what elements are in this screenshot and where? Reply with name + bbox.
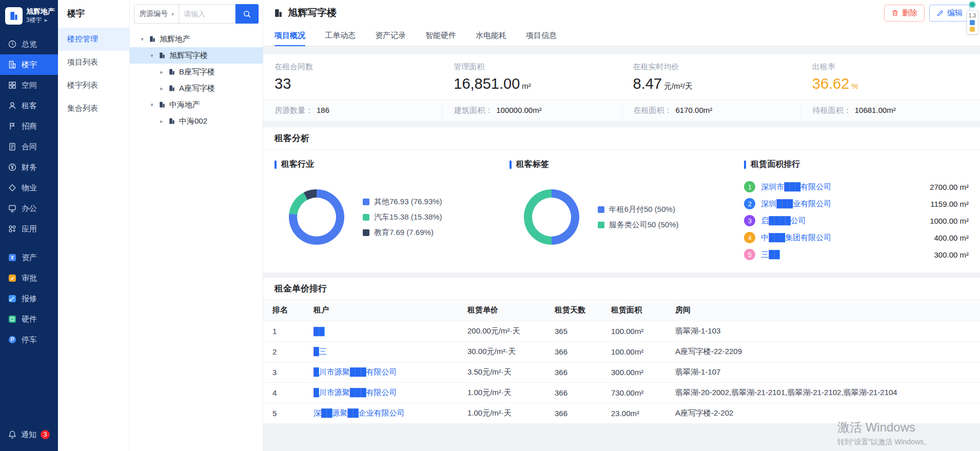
nav-item-buildings[interactable]: 楼宇 (0, 54, 58, 75)
column-header-rank: 排名 (263, 300, 304, 321)
floating-overlay-widget[interactable]: 1.3 (966, 1, 979, 34)
column-header-rooms: 房间 (666, 300, 980, 321)
building-icon (168, 117, 175, 125)
nav-item-office[interactable]: 办公 (0, 198, 58, 219)
rent-ranking-title: 租金单价排行 (263, 278, 980, 300)
nav-item-assets[interactable]: 资产 (0, 247, 58, 268)
tenant-link[interactable]: ██ (304, 321, 458, 341)
tenant-link[interactable]: 深圳███业有限公司 (761, 199, 925, 209)
nav-item-parking[interactable]: 停车 (0, 329, 58, 350)
submenu-item-building-list[interactable]: 楼宇列表 (58, 74, 129, 97)
rank-list-item: 5 三██ 300.00 m² (744, 249, 969, 260)
tenant-tags-legend: 年租6月付50 (50%) 服务类公司50 (50%) (598, 205, 679, 230)
tenant-link[interactable]: █川市源聚███有限公司 (304, 382, 458, 403)
expand-arrow-icon[interactable]: ▸ (159, 118, 165, 125)
chevron-down-icon: ▾ (171, 11, 174, 17)
tree-node-a-tower[interactable]: ▸ A座写字楼 (130, 80, 263, 96)
primary-sidebar: 旭辉地产 3楼宇 ▶ 总览 楼宇 空间 租客 招商 (0, 0, 58, 451)
rank-list-item: 1 深圳市███有限公司 2700.00 m² (744, 181, 969, 192)
tenant-tags-section: 租客标签 年租6月付50 (50%) 服务类公司50 (50%) (509, 159, 744, 260)
tree-node-zhonghai-002[interactable]: ▸ 中海002 (130, 113, 263, 129)
nav-item-investment[interactable]: 招商 (0, 116, 58, 136)
tenant-tags-donut-chart (524, 189, 579, 245)
building-tree-panel: 房源编号 ▾ ▾ 旭辉地产 ▾ 旭辉写字楼 ▸ B座写字楼 ▸ A座写字楼 (130, 0, 263, 451)
stat-construction-area: 建筑面积：100000.00m² (442, 100, 621, 121)
tenant-link[interactable]: █三 (304, 341, 458, 362)
search-button[interactable] (236, 4, 259, 24)
nav-item-overview[interactable]: 总览 (0, 34, 58, 54)
asset-icon (8, 253, 17, 262)
leased-area-value: 300.00 m² (934, 250, 969, 259)
nav-item-apps[interactable]: 应用 (0, 219, 58, 239)
tab-project-overview[interactable]: 项目概况 (275, 26, 305, 46)
table-row: 1 ██ 200.00元/m²·天 365 100.00m² 翡翠湖-1-103 (263, 321, 980, 341)
leased-area-value: 1159.00 m² (930, 200, 969, 208)
column-header-unit-price: 租赁单价 (458, 300, 545, 321)
building-icon (159, 52, 166, 59)
accent-bar (275, 161, 277, 169)
nav-item-contracts[interactable]: 合同 (0, 136, 58, 157)
accent-bar (744, 161, 746, 169)
overview-content: 在租合同数 33 管理面积 16,851.00m² 在租实时均价 8.47元/m… (263, 46, 980, 451)
tab-utility-consumption[interactable]: 水电能耗 (476, 26, 506, 46)
expand-arrow-icon[interactable]: ▾ (149, 102, 155, 108)
tree-node-zhonghai-group[interactable]: ▾ 中海地产 (130, 96, 263, 113)
expand-arrow-icon[interactable]: ▸ (159, 85, 165, 92)
legend-item: 服务类公司50 (50%) (598, 220, 679, 230)
edit-button[interactable]: 编辑 (929, 5, 970, 22)
tab-project-info[interactable]: 项目信息 (526, 26, 557, 46)
parking-icon (8, 335, 17, 344)
tenant-link[interactable]: 三██ (761, 250, 928, 260)
submenu-item-project-list[interactable]: 项目列表 (58, 51, 129, 74)
submenu-item-control-management[interactable]: 楼控管理 (58, 28, 129, 51)
tree-node-xuhui-office-tower[interactable]: ▾ 旭辉写字楼 (130, 47, 263, 64)
expand-arrow-icon[interactable]: ▾ (139, 36, 145, 43)
page-header: 旭辉写字楼 删除 编辑 (263, 0, 980, 26)
nav-item-finance[interactable]: 财务 (0, 157, 58, 178)
brand-expand-icon[interactable]: ▶ (45, 18, 48, 23)
nav-item-approval[interactable]: 审批 (0, 268, 58, 288)
legend-swatch (363, 229, 369, 236)
tree-node-b-tower[interactable]: ▸ B座写字楼 (130, 64, 263, 80)
delete-button[interactable]: 删除 (884, 5, 925, 22)
nav-item-repair[interactable]: 报修 (0, 288, 58, 309)
company-icon (159, 101, 166, 108)
expand-arrow-icon[interactable]: ▸ (159, 69, 165, 75)
tenant-link[interactable]: 启████公司 (761, 216, 924, 226)
nav-item-hardware[interactable]: 硬件 (0, 309, 58, 329)
tab-asset-records[interactable]: 资产记录 (375, 26, 406, 46)
company-icon (149, 35, 156, 43)
leased-area-value: 1000.00 m² (930, 217, 969, 225)
tenant-link[interactable]: 深圳市███有限公司 (761, 182, 924, 192)
brand[interactable]: 旭辉地产 3楼宇 ▶ (0, 0, 58, 32)
tab-work-orders[interactable]: 工单动态 (325, 26, 356, 46)
search-type-select[interactable]: 房源编号 ▾ (134, 4, 179, 24)
rent-ranking-table: 排名 租户 租赁单价 租赁天数 租赁面积 房间 1 ██ 200.00元/m²·… (263, 300, 980, 424)
tree-node-xuhui-group[interactable]: ▾ 旭辉地产 (130, 31, 263, 47)
tenant-industry-donut-chart (289, 189, 344, 245)
expand-arrow-icon[interactable]: ▾ (149, 52, 155, 59)
overlay-value: 1.3 (969, 13, 976, 18)
flag-icon (8, 122, 17, 131)
submenu-item-collection-list[interactable]: 集合列表 (58, 97, 129, 120)
leased-area-ranking-title: 租赁面积排行 (751, 159, 800, 170)
rank-badge: 3 (744, 215, 755, 226)
table-row: 2 █三 30.00元/m²·天 366 100.00m² A座写字楼-22-2… (263, 341, 980, 362)
overlay-card: 1.3 (967, 10, 978, 34)
nav-item-space[interactable]: 空间 (0, 75, 58, 95)
nav-item-tenants[interactable]: 租客 (0, 95, 58, 116)
pencil-icon (936, 9, 944, 17)
tenant-link[interactable]: 深██源聚██企业有限公司 (304, 403, 458, 423)
tenant-link[interactable]: 中███集团有限公司 (761, 233, 928, 243)
stats-primary-row: 在租合同数 33 管理面积 16,851.00m² 在租实时均价 8.47元/m… (263, 54, 980, 100)
table-row: 4 █川市源聚███有限公司 1.00元/m²·天 366 730.00m² 翡… (263, 382, 980, 403)
brand-title: 旭辉地产 (26, 7, 55, 16)
legend-item: 汽车15.38 (15.38%) (363, 212, 442, 222)
nav-item-property[interactable]: 物业 (0, 178, 58, 198)
nav-item-notifications[interactable]: 通知 3 (0, 424, 58, 445)
rank-list-item: 3 启████公司 1000.00 m² (744, 215, 969, 226)
status-dot-icon (969, 1, 976, 8)
tab-smart-hardware[interactable]: 智能硬件 (425, 26, 456, 46)
search-input[interactable] (179, 4, 236, 24)
tenant-link[interactable]: █川市源聚███有限公司 (304, 362, 458, 382)
